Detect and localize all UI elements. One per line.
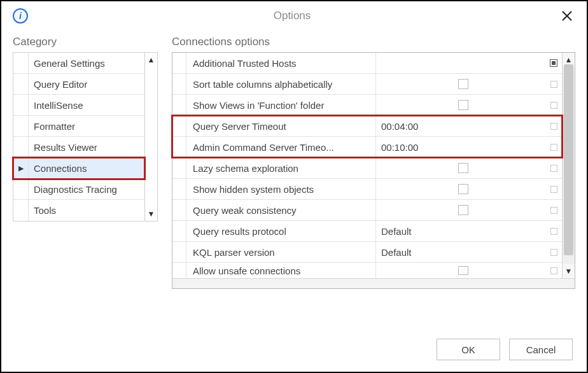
category-item-label: General Settings (29, 58, 105, 69)
category-item-intellisense[interactable]: IntelliSense (13, 95, 144, 116)
option-value[interactable]: 00:10:00 (376, 137, 545, 157)
checkbox[interactable] (458, 205, 468, 215)
option-value[interactable]: Default (376, 242, 545, 262)
info-icon: i (13, 8, 28, 24)
option-name: Additional Trusted Hosts (186, 53, 376, 73)
chevron-right-icon: ▶ (13, 158, 29, 178)
option-row-additional-trusted-hosts[interactable]: Additional Trusted Hosts (172, 53, 562, 74)
option-row-kql-parser[interactable]: KQL parser version Default (172, 242, 562, 263)
cell-marker-icon (550, 228, 557, 235)
option-value[interactable]: 00:04:00 (376, 116, 545, 136)
cell-marker-icon (550, 144, 557, 151)
cell-marker-icon (550, 165, 557, 172)
category-item-label: IntelliSense (29, 100, 83, 111)
option-name: Sort table columns alphabetically (186, 74, 376, 94)
scroll-down-icon[interactable]: ▼ (563, 264, 575, 278)
option-row-results-protocol[interactable]: Query results protocol Default (172, 221, 562, 242)
cell-marker-icon (550, 102, 557, 109)
option-row-weak-consistency[interactable]: Query weak consistency (172, 200, 562, 221)
category-item-label: Formatter (29, 121, 75, 132)
scroll-up-icon[interactable]: ▲ (145, 53, 157, 67)
options-grid-footer (172, 278, 575, 288)
cell-marker-icon (550, 207, 557, 214)
category-item-general-settings[interactable]: General Settings (13, 53, 144, 74)
category-item-label: Connections (29, 163, 87, 174)
option-name: Allow unsafe connections (186, 263, 376, 278)
category-item-label: Results Viewer (29, 142, 97, 153)
cell-marker-icon (550, 249, 557, 256)
cell-marker-icon (550, 81, 557, 88)
cell-marker-icon (550, 267, 557, 274)
option-value[interactable] (376, 53, 545, 73)
close-icon (562, 11, 572, 21)
checkbox[interactable] (458, 79, 468, 89)
dialog-title: Options (28, 10, 556, 22)
checkbox[interactable] (458, 163, 468, 173)
category-item-results-viewer[interactable]: Results Viewer (13, 137, 144, 158)
option-row-show-views[interactable]: Show Views in 'Function' folder (172, 95, 562, 116)
cell-marker-icon (550, 59, 557, 67)
close-button[interactable] (556, 5, 578, 27)
option-row-admin-command-timeout[interactable]: Admin Command Server Timeo... 00:10:00 (172, 137, 562, 158)
option-value[interactable]: Default (376, 221, 545, 241)
category-item-diagnostics-tracing[interactable]: Diagnostics Tracing (13, 179, 144, 200)
category-item-tools[interactable]: Tools (13, 200, 144, 221)
cancel-button[interactable]: Cancel (509, 339, 573, 360)
option-row-unsafe-connections[interactable]: Allow unsafe connections (172, 263, 562, 278)
option-name: Query results protocol (186, 221, 376, 241)
category-item-formatter[interactable]: Formatter (13, 116, 144, 137)
option-row-sort-columns[interactable]: Sort table columns alphabetically (172, 74, 562, 95)
option-name: Admin Command Server Timeo... (186, 137, 376, 157)
category-item-query-editor[interactable]: Query Editor (13, 74, 144, 95)
option-row-hidden-system[interactable]: Show hidden system objects (172, 179, 562, 200)
options-scrollbar[interactable]: ▲ ▼ (562, 53, 575, 278)
options-dialog: i Options Category General Settings (0, 0, 588, 373)
checkbox[interactable] (458, 100, 468, 110)
category-list: General Settings Query Editor IntelliSen… (13, 52, 158, 222)
category-item-label: Query Editor (29, 79, 87, 90)
category-item-label: Tools (29, 205, 56, 216)
category-scrollbar[interactable]: ▲ ▼ (144, 53, 157, 221)
category-item-connections[interactable]: ▶ Connections (13, 158, 144, 179)
options-label: Connections options (172, 36, 575, 48)
option-name: Show Views in 'Function' folder (186, 95, 376, 115)
category-item-label: Diagnostics Tracing (29, 184, 117, 195)
options-grid: Additional Trusted Hosts Sort table colu… (172, 52, 575, 289)
scroll-down-icon[interactable]: ▼ (145, 207, 157, 221)
checkbox[interactable] (458, 184, 468, 194)
option-row-lazy-schema[interactable]: Lazy schema exploration (172, 158, 562, 179)
checkbox[interactable] (458, 266, 468, 275)
category-label: Category (13, 36, 158, 48)
titlebar: i Options (1, 1, 587, 31)
scroll-thumb[interactable] (564, 64, 573, 255)
option-name: Lazy schema exploration (186, 158, 376, 178)
cell-marker-icon (550, 186, 557, 193)
option-row-query-server-timeout[interactable]: Query Server Timeout 00:04:00 (172, 116, 562, 137)
option-name: KQL parser version (186, 242, 376, 262)
option-name: Query weak consistency (186, 200, 376, 220)
option-name: Query Server Timeout (186, 116, 376, 136)
option-name: Show hidden system objects (186, 179, 376, 199)
cell-marker-icon (550, 123, 557, 130)
ok-button[interactable]: OK (437, 339, 500, 360)
